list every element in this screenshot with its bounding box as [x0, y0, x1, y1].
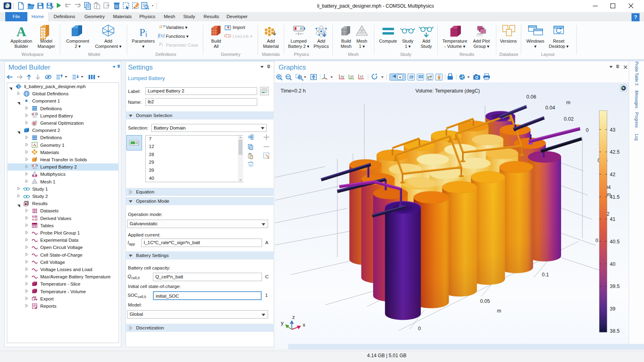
svg-text:Pi: Pi	[139, 27, 147, 38]
svg-text:0.05: 0.05	[480, 298, 490, 304]
svg-text:m: m	[497, 308, 501, 314]
svg-text:8.85: 8.85	[32, 215, 37, 218]
svg-text:40: 40	[610, 261, 615, 267]
svg-text:0: 0	[596, 238, 599, 243]
svg-text:f(x): f(x)	[158, 33, 165, 38]
svg-text:0.06: 0.06	[526, 94, 536, 100]
svg-text:43: 43	[610, 127, 615, 133]
svg-text:xz: xz	[360, 74, 364, 78]
svg-text:x: x	[303, 322, 305, 328]
svg-text:A: A	[17, 24, 27, 39]
svg-text:42.5: 42.5	[610, 149, 619, 155]
svg-text:0.1: 0.1	[542, 272, 549, 278]
svg-text:xy: xy	[341, 74, 345, 78]
svg-text:m: m	[566, 100, 570, 105]
svg-text:a: a	[159, 23, 162, 29]
svg-text:z: z	[292, 314, 295, 320]
svg-text:y: y	[281, 320, 284, 326]
svg-text:Pi: Pi	[159, 41, 163, 47]
svg-text:41: 41	[610, 216, 615, 222]
svg-text:40.5: 40.5	[610, 239, 619, 245]
svg-text:0.04: 0.04	[545, 105, 555, 111]
svg-text:0: 0	[586, 128, 589, 133]
svg-text:38.5: 38.5	[610, 328, 619, 334]
svg-text:39.5: 39.5	[610, 284, 619, 289]
svg-text:e-12: e-12	[32, 218, 37, 221]
svg-text:41.5: 41.5	[610, 194, 619, 200]
svg-text:A: A	[33, 142, 36, 147]
svg-text:0: 0	[418, 326, 421, 331]
svg-text:39: 39	[610, 306, 615, 312]
svg-text:0.02: 0.02	[564, 116, 574, 122]
svg-text:yz: yz	[350, 74, 354, 78]
svg-text:=: =	[163, 23, 165, 29]
svg-text:42: 42	[610, 172, 615, 177]
